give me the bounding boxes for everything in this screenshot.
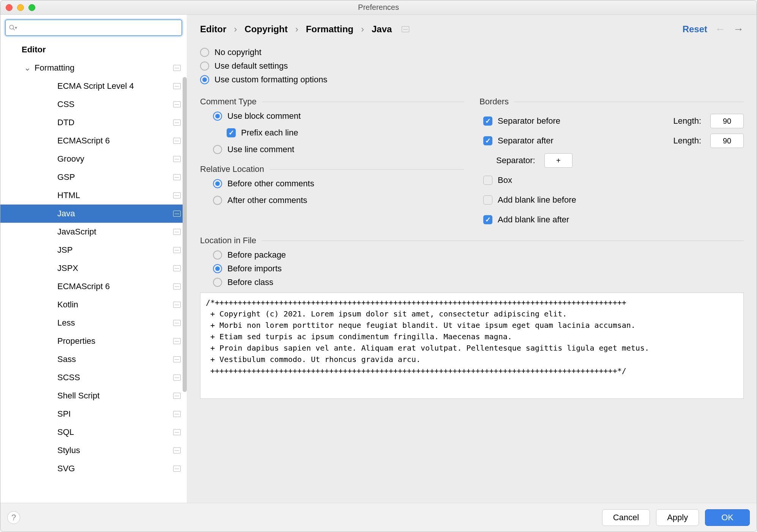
check-separator-after[interactable]: ✓Separator after [483,136,664,146]
check-separator-before[interactable]: ✓Separator before [483,116,664,126]
scheme-icon [173,393,181,399]
radio-after-other-comments[interactable]: After other comments [213,195,464,205]
tree-label: DTD [57,118,74,127]
tree-label: Sass [57,354,76,364]
tree-item-less[interactable]: Less [0,314,187,332]
tree-label: Java [57,209,75,219]
section-comment-type: Comment Type [200,97,464,107]
tree-item-css[interactable]: CSS [0,95,187,113]
check-box[interactable]: Box [483,175,744,185]
sidebar-scrollbar[interactable] [183,77,187,392]
forward-icon[interactable]: → [733,23,744,35]
length-before-input[interactable] [710,114,744,128]
crumb[interactable]: Formatting [306,24,353,35]
scheme-icon [173,265,181,271]
crumb[interactable]: Copyright [244,24,287,35]
radio-before-other-comments[interactable]: Before other comments [213,179,464,189]
length-before-label: Length: [673,116,701,126]
check-blank-before[interactable]: Add blank line before [483,195,744,205]
check-prefix-each-line[interactable]: ✓Prefix each line [227,128,464,138]
radio-before-class[interactable]: Before class [213,277,744,287]
scheme-icon [173,338,181,344]
cancel-button[interactable]: Cancel [602,509,650,526]
tree-label: ECMA Script Level 4 [57,81,134,91]
back-icon: ← [715,23,725,35]
tree-item-gsp[interactable]: GSP [0,168,187,186]
check-blank-after[interactable]: ✓Add blank line after [483,215,744,225]
tree-label: SCSS [57,373,80,382]
nav-arrows: ← → [715,23,744,35]
length-after-input[interactable] [710,134,744,148]
search-input[interactable] [19,24,178,32]
radio-label: Before imports [227,264,282,274]
scheme-icon [173,192,181,198]
tree-label: Kotlin [57,300,78,310]
tree-label: Editor [22,45,46,55]
scheme-icon [173,302,181,308]
zoom-icon[interactable] [28,4,35,11]
tree-label: JSP [57,245,73,255]
separator-input[interactable] [544,153,572,168]
tree-item-ecmascript-6[interactable]: ECMAScript 6 [0,277,187,296]
radio-label: Before other comments [227,179,314,189]
tree-item-shell-script[interactable]: Shell Script [0,387,187,405]
chevron-right-icon: › [361,24,364,35]
scheme-icon [173,447,181,453]
tree-label: Groovy [57,154,84,164]
length-after-label: Length: [673,136,701,146]
tree-item-ecma-script-level-4[interactable]: ECMA Script Level 4 [0,77,187,95]
reset-link[interactable]: Reset [683,24,707,35]
tree-label: HTML [57,190,80,200]
scheme-icon [173,247,181,253]
tree-item-svg[interactable]: SVG [0,460,187,478]
tree-label: ECMAScript 6 [57,136,110,146]
ok-button[interactable]: OK [705,509,750,526]
scheme-icon [173,120,181,126]
search-history-icon[interactable]: ▾ [15,25,17,30]
minimize-icon[interactable] [17,4,24,11]
scheme-icon [173,429,181,435]
scheme-icon [173,411,181,417]
radio-line-comment[interactable]: Use line comment [213,145,464,154]
tree-item-spi[interactable]: SPI [0,405,187,423]
help-button[interactable]: ? [7,511,20,524]
tree-root-editor[interactable]: Editor [0,41,187,59]
scheme-icon [173,211,181,217]
crumb[interactable]: Java [372,24,392,35]
settings-tree[interactable]: Editor ⌄ Formatting ECMA Script Level 4C… [0,39,187,503]
chevron-right-icon: › [234,24,237,35]
tree-item-sql[interactable]: SQL [0,423,187,441]
tree-item-html[interactable]: HTML [0,186,187,205]
tree-item-java[interactable]: Java [0,205,187,223]
tree-item-kotlin[interactable]: Kotlin [0,296,187,314]
tree-item-stylus[interactable]: Stylus [0,441,187,460]
radio-before-package[interactable]: Before package [213,250,744,260]
tree-item-sass[interactable]: Sass [0,350,187,368]
radio-use-custom[interactable]: Use custom formatting options [200,75,744,85]
tree-group-formatting[interactable]: ⌄ Formatting [0,59,187,77]
section-relative-location: Relative Location [200,164,464,174]
check-label: Add blank line after [498,215,569,225]
tree-item-jsp[interactable]: JSP [0,241,187,259]
close-icon[interactable] [6,4,13,11]
radio-before-imports[interactable]: Before imports [213,264,744,274]
tree-item-ecmascript-6[interactable]: ECMAScript 6 [0,132,187,150]
apply-button[interactable]: Apply [656,509,699,526]
tree-item-dtd[interactable]: DTD [0,113,187,132]
check-label: Prefix each line [241,128,298,138]
tree-label: ECMAScript 6 [57,282,110,291]
search-field[interactable]: ▾ [5,19,182,36]
crumb[interactable]: Editor [200,24,226,35]
radio-block-comment[interactable]: Use block comment [213,111,464,121]
radio-label: Use default settings [214,61,288,71]
radio-use-default[interactable]: Use default settings [200,61,744,71]
tree-item-properties[interactable]: Properties [0,332,187,350]
radio-no-copyright[interactable]: No copyright [200,47,744,57]
titlebar: Preferences [0,0,757,15]
tree-item-scss[interactable]: SCSS [0,368,187,387]
tree-item-javascript[interactable]: JavaScript [0,223,187,241]
tree-item-groovy[interactable]: Groovy [0,150,187,168]
tree-label: Stylus [57,445,80,455]
tree-item-jspx[interactable]: JSPX [0,259,187,277]
scheme-icon [173,156,181,162]
